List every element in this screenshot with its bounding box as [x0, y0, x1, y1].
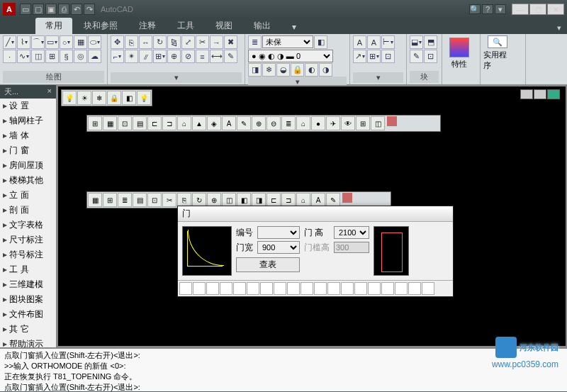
- dt-btn-16[interactable]: [381, 282, 394, 295]
- layer-state-combo[interactable]: 未保: [262, 35, 313, 48]
- vp-sun-icon[interactable]: ☀: [77, 91, 91, 105]
- attr-block-icon[interactable]: ⊡: [424, 50, 437, 63]
- edit-tool[interactable]: ✎: [224, 50, 237, 63]
- spline-tool[interactable]: ∿: [17, 50, 30, 63]
- sidebar-item-other[interactable]: 其 它: [0, 322, 56, 337]
- helix-tool[interactable]: §: [60, 50, 73, 63]
- sidebar-item-tools[interactable]: 工 具: [0, 262, 56, 277]
- ft1-btn-16[interactable]: ●: [311, 116, 325, 130]
- edit-block-icon[interactable]: ✎: [410, 50, 423, 63]
- tab-output[interactable]: 输出: [244, 18, 281, 34]
- layer-match-icon[interactable]: ◧: [314, 35, 327, 49]
- ft2-btn-2[interactable]: ⊞: [103, 193, 117, 207]
- panel-block-label[interactable]: 块: [410, 71, 439, 83]
- rect-tool[interactable]: ▭: [45, 35, 59, 49]
- hatch-tool[interactable]: ▦: [74, 35, 87, 49]
- redo-icon[interactable]: ↷: [84, 4, 95, 15]
- dt-btn-9[interactable]: [287, 282, 300, 295]
- layer-combo[interactable]: ● ◉ ◐ ◑ ▬ 0: [248, 50, 333, 62]
- mtext-tool[interactable]: A: [353, 35, 366, 49]
- door-check-button[interactable]: 查表: [236, 257, 300, 272]
- door-preview-2d[interactable]: [182, 226, 232, 276]
- align-tool[interactable]: ≡: [196, 50, 209, 63]
- ft2-btn-10[interactable]: ◫: [222, 193, 236, 207]
- ft2-btn-1[interactable]: ▦: [88, 193, 102, 207]
- explode-tool[interactable]: ✴: [125, 50, 138, 63]
- tab-blocks[interactable]: 块和参照: [74, 18, 128, 34]
- command-line[interactable]: 点取门窗插入位置(Shift-左右开)<退出>: >>输入 ORTHOMODE …: [0, 347, 567, 391]
- move-tool[interactable]: ✥: [111, 35, 124, 49]
- dt-btn-18[interactable]: [408, 282, 421, 295]
- dim-tool[interactable]: ⊢: [381, 35, 395, 49]
- tab-tools[interactable]: 工具: [167, 18, 204, 34]
- sidebar-item-grid[interactable]: 轴网柱子: [0, 113, 56, 128]
- arc-tool[interactable]: ⌒: [31, 35, 45, 49]
- text-tool[interactable]: A: [367, 35, 381, 49]
- polyline-tool[interactable]: ⌇: [17, 35, 30, 49]
- dt-btn-7[interactable]: [260, 282, 273, 295]
- layer-off-icon[interactable]: ◒: [276, 63, 290, 77]
- ft1-btn-18[interactable]: 👁: [341, 116, 355, 130]
- sidebar-item-room[interactable]: 房间屋顶: [0, 158, 56, 173]
- sidebar-item-section[interactable]: 剖 面: [0, 203, 56, 218]
- maximize-button[interactable]: ▢: [529, 4, 546, 15]
- undo-icon[interactable]: ↶: [71, 4, 82, 15]
- ft2-btn-12[interactable]: ◨: [252, 193, 266, 207]
- field-tool[interactable]: ⊡: [381, 50, 395, 63]
- minimize-button[interactable]: —: [512, 4, 529, 15]
- ft1-btn-7[interactable]: ⌂: [177, 116, 191, 130]
- copy-tool[interactable]: ⎘: [125, 35, 138, 49]
- ft2-btn-14[interactable]: ⊐: [281, 193, 296, 207]
- sidebar-item-3d[interactable]: 三维建模: [0, 277, 56, 292]
- vp-freeze-icon[interactable]: ❄: [92, 91, 106, 105]
- dt-btn-1[interactable]: [179, 282, 192, 295]
- floating-toolbar-1[interactable]: ⊞▦⊡▤⊏⊐⌂▲◈A✎⊕⊖≣⌂●✈👁⊞◫: [86, 115, 441, 132]
- dt-btn-10[interactable]: [301, 282, 313, 295]
- mdi-max-button[interactable]: [534, 89, 546, 99]
- offset-tool[interactable]: ⫽: [139, 50, 152, 63]
- ft1-btn-8[interactable]: ▲: [192, 116, 206, 130]
- ft2-btn-13[interactable]: ⊏: [266, 193, 281, 207]
- line-tool[interactable]: ╱: [3, 35, 16, 49]
- dt-btn-3[interactable]: [206, 282, 219, 295]
- vp-bulb-icon[interactable]: 💡: [62, 91, 77, 105]
- dt-btn-11[interactable]: [314, 282, 327, 295]
- search-icon[interactable]: 🔍: [469, 4, 481, 14]
- rotate-tool[interactable]: ↻: [153, 35, 167, 49]
- vp-bulb2-icon[interactable]: 💡: [137, 91, 151, 105]
- ft1-btn-5[interactable]: ⊏: [147, 116, 162, 130]
- sidebar-item-settings[interactable]: 设 置: [0, 99, 56, 113]
- ft2-btn-16[interactable]: A: [311, 193, 325, 207]
- erase-tool[interactable]: ✖: [224, 35, 237, 49]
- door-height-combo[interactable]: 2100: [334, 226, 369, 239]
- utilities-button[interactable]: 🔍 实用程序: [483, 35, 512, 71]
- sidebar-item-layout[interactable]: 文件布图: [0, 307, 56, 322]
- mdi-min-button[interactable]: [520, 89, 533, 99]
- ft2-btn-11[interactable]: ◧: [237, 193, 251, 207]
- dt-btn-8[interactable]: [274, 282, 286, 295]
- dt-btn-6[interactable]: [247, 282, 259, 295]
- close-button[interactable]: ✕: [547, 4, 564, 15]
- door-preview-3d[interactable]: [374, 226, 409, 276]
- save-icon[interactable]: ▣: [45, 4, 57, 15]
- array-tool[interactable]: ⊞: [153, 50, 167, 63]
- ft1-btn-15[interactable]: ⌂: [296, 116, 310, 130]
- panel-annot-label[interactable]: ▾: [353, 72, 403, 83]
- layer-lock-icon[interactable]: 🔒: [291, 63, 304, 77]
- sidebar-item-blockpat[interactable]: 图块图案: [0, 292, 56, 307]
- ft2-btn-15[interactable]: ⌂: [296, 193, 310, 207]
- tab-common[interactable]: 常用: [35, 18, 72, 34]
- table-ann-tool[interactable]: ⊞: [367, 50, 381, 63]
- create-block-icon[interactable]: ⬒: [424, 35, 437, 49]
- ft1-btn-1[interactable]: ⊞: [88, 116, 102, 130]
- ft2-btn-8[interactable]: ↻: [192, 193, 206, 207]
- ribbon-collapse-icon[interactable]: ▾: [551, 22, 567, 34]
- dt-btn-13[interactable]: [341, 282, 354, 295]
- ft2-btn-3[interactable]: ≣: [118, 193, 132, 207]
- leader-tool[interactable]: ↗: [353, 50, 366, 63]
- open-icon[interactable]: ▢: [33, 4, 44, 15]
- dt-btn-19[interactable]: [422, 282, 434, 295]
- sidebar-item-dim[interactable]: 尺寸标注: [0, 233, 56, 247]
- ft1-btn-6[interactable]: ⊐: [162, 116, 176, 130]
- ft1-btn-9[interactable]: ◈: [207, 116, 221, 130]
